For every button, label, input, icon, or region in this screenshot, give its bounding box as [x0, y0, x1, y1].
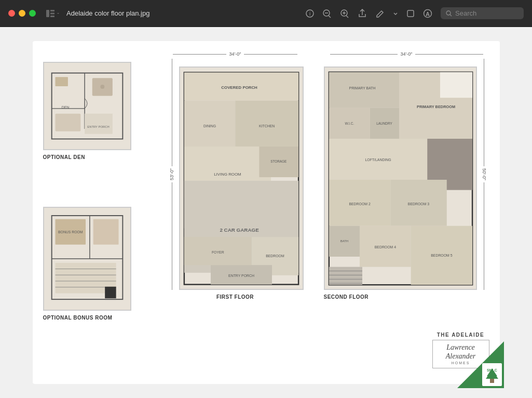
minimize-button[interactable] — [19, 10, 25, 17]
search-input[interactable] — [455, 9, 517, 17]
svg-text:STORAGE: STORAGE — [270, 160, 287, 164]
info-icon[interactable]: i — [306, 9, 314, 18]
optional-den-label: OPTIONAL DEN — [43, 154, 85, 160]
svg-text:ENTRY PORCH: ENTRY PORCH — [87, 125, 109, 128]
svg-line-8 — [329, 16, 331, 18]
svg-rect-18 — [44, 63, 130, 149]
svg-rect-0 — [46, 10, 49, 17]
optional-den-plan: DEN ENTRY PORCH — [43, 62, 131, 150]
svg-text:ENTRY PORCH: ENTRY PORCH — [228, 274, 254, 277]
left-column: DEN ENTRY PORCH OPTIONAL DEN — [43, 51, 142, 374]
second-floor-width-dim: 34'-0" — [398, 51, 416, 57]
svg-text:FOYER: FOYER — [212, 250, 224, 254]
titlebar: Adelaide color floor plan.jpg i — [0, 0, 532, 27]
svg-text:BATH: BATH — [340, 240, 348, 243]
middle-column: 34'-0" 53'-0" — [152, 51, 313, 374]
svg-line-17 — [450, 15, 452, 16]
second-floor-plan: PRIMARY BEDROOM PRIMARY BATH W.I.C. LA — [324, 67, 477, 290]
svg-text:PRIMARY BATH: PRIMARY BATH — [349, 86, 375, 90]
svg-point-16 — [446, 11, 451, 15]
svg-text:DINING: DINING — [203, 124, 216, 128]
svg-text:BEDROOM 5: BEDROOM 5 — [431, 254, 453, 257]
accessibility-icon[interactable]: A — [423, 9, 432, 18]
zoom-in-icon[interactable] — [340, 9, 349, 18]
svg-rect-76 — [440, 72, 472, 98]
first-floor-label: FIRST FLOOR — [216, 294, 254, 300]
traffic-lights — [8, 10, 36, 17]
svg-text:2 CAR GARAGE: 2 CAR GARAGE — [220, 227, 259, 233]
markup-icon[interactable] — [375, 9, 385, 18]
maximize-button[interactable] — [29, 10, 36, 17]
svg-rect-41 — [105, 287, 116, 298]
optional-bonus-label: OPTIONAL BONUS ROOM — [43, 315, 113, 321]
second-floor-height-dim: 50'-0" — [482, 166, 487, 182]
sidebar-toggle-button[interactable] — [46, 10, 60, 17]
svg-text:BEDROOM: BEDROOM — [266, 254, 284, 258]
first-floor-width-dim: 34'-0" — [226, 51, 244, 57]
svg-rect-22 — [55, 77, 67, 86]
toolbar: i — [306, 7, 524, 19]
svg-text:DEN: DEN — [61, 105, 69, 109]
close-button[interactable] — [8, 10, 15, 17]
svg-text:COVERED PORCH: COVERED PORCH — [221, 85, 257, 90]
content-area: DEN ENTRY PORCH OPTIONAL DEN — [0, 27, 532, 398]
svg-text:LIVING ROOM: LIVING ROOM — [214, 172, 241, 177]
svg-text:W.I.C.: W.I.C. — [345, 122, 354, 125]
svg-text:A: A — [426, 10, 430, 17]
svg-text:KITCHEN: KITCHEN — [259, 124, 275, 128]
logo-title: THE ADELAIDE — [432, 332, 489, 338]
svg-text:BEDROOM 3: BEDROOM 3 — [407, 202, 429, 206]
window-resize-icon[interactable] — [406, 9, 415, 18]
optional-bonus-plan: BONUS ROOM — [43, 207, 131, 311]
search-bar[interactable] — [441, 7, 524, 19]
svg-rect-35 — [93, 219, 118, 245]
svg-text:BEDROOM 4: BEDROOM 4 — [374, 245, 396, 249]
svg-text:LAUNDRY: LAUNDRY — [376, 122, 392, 125]
svg-text:i: i — [309, 11, 310, 17]
svg-text:LOFT/LANDING: LOFT/LANDING — [365, 158, 391, 162]
right-column: 34'-0" PRIMARY BEDROOM — [324, 51, 489, 374]
svg-text:BONUS ROOM: BONUS ROOM — [58, 230, 83, 234]
window-title: Adelaide color floor plan.jpg — [66, 9, 299, 17]
svg-rect-13 — [407, 10, 414, 17]
svg-rect-2 — [50, 12, 54, 14]
smlc-watermark: SMLC — [457, 341, 504, 388]
svg-point-24 — [100, 85, 104, 89]
svg-text:BEDROOM 2: BEDROOM 2 — [349, 202, 371, 206]
second-floor-label: SECOND FLOOR — [324, 294, 369, 300]
svg-rect-1 — [50, 10, 54, 11]
svg-rect-96 — [329, 267, 362, 285]
first-floor-height-dim: 53'-0" — [169, 166, 174, 182]
svg-rect-106 — [490, 379, 494, 383]
svg-line-12 — [346, 16, 348, 18]
share-icon[interactable] — [358, 9, 367, 18]
svg-rect-3 — [50, 16, 54, 17]
optional-bonus-section: BONUS ROOM — [43, 181, 142, 321]
svg-text:PRIMARY BEDROOM: PRIMARY BEDROOM — [416, 104, 455, 109]
chevron-down-icon[interactable] — [393, 11, 398, 16]
optional-den-section: DEN ENTRY PORCH OPTIONAL DEN — [43, 57, 142, 160]
first-floor-plan: COVERED PORCH DINING KITCHEN LIVING ROOM — [179, 67, 304, 290]
floor-plan-document: DEN ENTRY PORCH OPTIONAL DEN — [33, 41, 500, 384]
zoom-out-icon[interactable] — [322, 9, 332, 18]
svg-rect-26 — [85, 114, 113, 134]
svg-rect-25 — [55, 114, 80, 131]
